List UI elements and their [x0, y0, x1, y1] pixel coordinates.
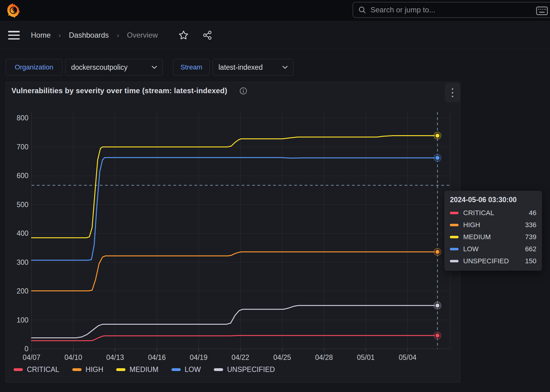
tooltip-series-value: 46 — [529, 209, 536, 217]
series-line-unspecified — [32, 306, 438, 338]
tooltip-timestamp: 2024-05-06 03:30:00 — [450, 196, 536, 204]
tooltip-row-low: LOW662 — [450, 243, 536, 255]
tooltip-row-unspecified: UNSPECIFIED150 — [450, 255, 536, 267]
x-tick-label: 04/25 — [267, 353, 298, 362]
chart-legend: CRITICALHIGHMEDIUMLOWUNSPECIFIED — [14, 365, 288, 374]
y-tick-label: 400 — [6, 229, 28, 238]
series-endpoint-dot — [435, 134, 439, 138]
legend-label: UNSPECIFIED — [227, 365, 275, 374]
tooltip-series-value: 336 — [525, 221, 536, 229]
legend-item-high[interactable]: HIGH — [72, 365, 104, 374]
series-endpoint-dot — [435, 303, 439, 307]
x-tick-label: 04/13 — [99, 353, 130, 362]
series-endpoint-dot — [435, 334, 439, 338]
legend-swatch — [116, 368, 125, 371]
series-endpoint-dot — [435, 156, 439, 160]
y-tick-label: 800 — [6, 114, 28, 122]
y-tick-label: 600 — [6, 172, 28, 180]
x-tick-label: 04/07 — [16, 353, 47, 362]
legend-swatch — [171, 368, 181, 371]
tooltip-series-label: CRITICAL — [463, 209, 529, 217]
x-tick-label: 05/04 — [392, 353, 423, 362]
x-tick-label: 04/19 — [183, 353, 214, 362]
tooltip-swatch — [450, 248, 459, 250]
x-tick-label: 04/16 — [142, 353, 172, 362]
tooltip-series-label: LOW — [463, 245, 525, 253]
legend-label: CRITICAL — [27, 365, 59, 374]
y-tick-label: 200 — [6, 287, 28, 295]
series-line-medium — [32, 136, 438, 238]
legend-item-low[interactable]: LOW — [171, 365, 201, 374]
tooltip-swatch — [450, 236, 459, 238]
tooltip-series-value: 662 — [525, 245, 536, 253]
legend-item-critical[interactable]: CRITICAL — [14, 365, 59, 374]
tooltip-swatch — [450, 260, 459, 262]
tooltip-row-critical: CRITICAL46 — [450, 207, 536, 219]
legend-item-unspecified[interactable]: UNSPECIFIED — [214, 365, 275, 374]
legend-label: HIGH — [86, 365, 104, 374]
tooltip-row-medium: MEDIUM739 — [450, 231, 536, 243]
tooltip-series-value: 739 — [525, 233, 536, 241]
legend-item-medium[interactable]: MEDIUM — [116, 365, 158, 374]
legend-label: MEDIUM — [129, 365, 158, 374]
tooltip-swatch — [450, 212, 459, 214]
series-line-high — [32, 252, 438, 291]
y-tick-label: 700 — [6, 143, 28, 151]
grafana-app: Search or jump to... Home › Dashboards ›… — [0, 0, 550, 392]
legend-swatch — [14, 368, 23, 371]
legend-swatch — [214, 368, 223, 371]
chart-tooltip: 2024-05-06 03:30:00 CRITICAL46HIGH336MED… — [444, 191, 542, 271]
x-tick-label: 04/10 — [58, 353, 89, 362]
y-tick-label: 500 — [6, 201, 28, 209]
tooltip-row-high: HIGH336 — [450, 219, 536, 231]
tooltip-series-label: HIGH — [463, 221, 525, 229]
tooltip-series-label: MEDIUM — [463, 233, 525, 241]
tooltip-series-label: UNSPECIFIED — [463, 257, 525, 265]
y-tick-label: 300 — [6, 258, 28, 267]
x-tick-label: 05/01 — [350, 353, 381, 362]
x-tick-label: 04/22 — [225, 353, 256, 362]
y-tick-label: 0 — [6, 345, 28, 353]
y-tick-label: 100 — [6, 316, 28, 324]
legend-swatch — [72, 368, 82, 371]
tooltip-swatch — [450, 224, 459, 226]
series-endpoint-dot — [435, 250, 439, 254]
series-line-low — [32, 157, 438, 260]
series-line-critical — [32, 336, 438, 341]
legend-label: LOW — [185, 365, 201, 374]
x-tick-label: 04/28 — [309, 353, 340, 362]
tooltip-series-value: 150 — [525, 257, 536, 265]
